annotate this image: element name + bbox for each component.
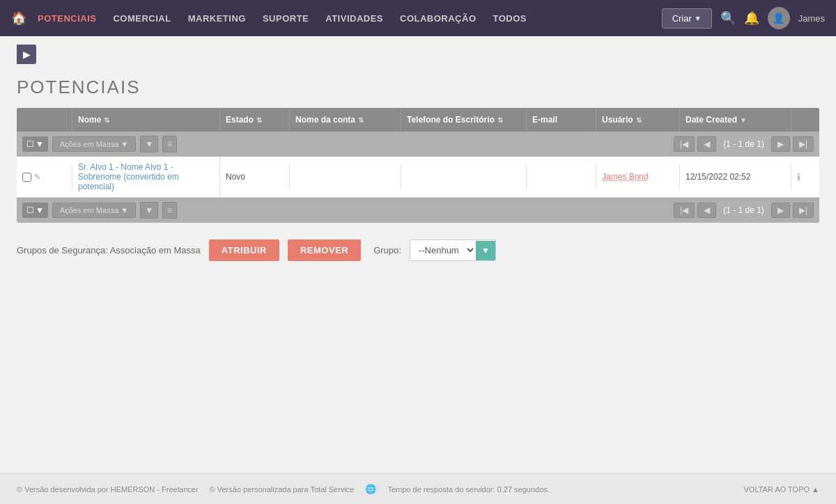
pagination-bottom: |◀ ◀ (1 - 1 de 1) ▶ ▶| bbox=[674, 203, 814, 218]
acoes-massa-label-bottom: Ações em Massa bbox=[60, 206, 118, 214]
play-btn-wrap: ▶ bbox=[17, 36, 819, 64]
acoes-massa-label-top: Ações em Massa bbox=[60, 140, 118, 148]
info-icon[interactable]: ℹ bbox=[797, 172, 800, 182]
checkbox-icon-bottom: ☐ bbox=[26, 205, 34, 215]
top-nav: 🏠 POTENCIAIS COMERCIAL MARKETING SUPORTE… bbox=[0, 0, 836, 36]
last-page-btn-bottom[interactable]: ▶| bbox=[793, 203, 814, 218]
nav-item-marketing[interactable]: MARKETING bbox=[188, 10, 246, 26]
nav-item-suporte[interactable]: SUPORTE bbox=[263, 10, 309, 26]
criar-label: Criar bbox=[672, 13, 692, 24]
row-checkbox[interactable] bbox=[22, 173, 31, 182]
checkbox-dropdown-top[interactable]: ☐ ▼ bbox=[22, 136, 48, 152]
criar-button[interactable]: Criar ▼ bbox=[662, 8, 712, 29]
page-info-top: (1 - 1 de 1) bbox=[719, 139, 768, 149]
td-date-created: 12/15/2022 02:52 bbox=[680, 164, 791, 189]
acoes-massa-button-top[interactable]: Ações em Massa ▼ bbox=[52, 136, 136, 152]
table-container: Nome ⇅ Estado ⇅ Nome da conta ⇅ Telefone… bbox=[17, 108, 819, 223]
grupo-select[interactable]: --Nenhum bbox=[410, 240, 476, 260]
td-info: ℹ bbox=[791, 164, 819, 189]
sort-telefone-icon[interactable]: ⇅ bbox=[497, 116, 503, 124]
nav-item-atividades[interactable]: ATIVIDADES bbox=[325, 10, 383, 26]
atribuir-button[interactable]: ATRIBUIR bbox=[209, 239, 279, 261]
search-button[interactable]: 🔍 bbox=[720, 10, 736, 26]
acoes-massa-button-bottom[interactable]: Ações em Massa ▼ bbox=[52, 203, 136, 218]
row-estado: Novo bbox=[226, 172, 245, 182]
th-telefone-label: Telefone do Escritório bbox=[407, 115, 495, 125]
nav-item-potenciais[interactable]: POTENCIAIS bbox=[38, 10, 96, 26]
th-nome: Nome ⇅ bbox=[72, 108, 220, 132]
criar-arrow-icon: ▼ bbox=[695, 15, 702, 22]
bell-icon: 🔔 bbox=[744, 10, 759, 26]
th-checkbox bbox=[17, 108, 72, 132]
search-icon: 🔍 bbox=[720, 10, 736, 26]
th-nome-label: Nome bbox=[78, 115, 101, 125]
first-page-btn-top[interactable]: |◀ bbox=[674, 136, 695, 152]
nav-right: Criar ▼ 🔍 🔔 👤 James bbox=[662, 7, 825, 29]
filter-button-bottom[interactable]: ▼ bbox=[140, 202, 158, 219]
row-date-created: 12/15/2022 02:52 bbox=[686, 172, 750, 182]
th-date-created: Date Created ▼ bbox=[680, 108, 791, 132]
top-toolbar: ☐ ▼ Ações em Massa ▼ ▼ ≡ |◀ ◀ (1 - 1 de … bbox=[17, 132, 819, 157]
filter-button-top[interactable]: ▼ bbox=[140, 136, 158, 152]
td-telefone bbox=[401, 164, 527, 189]
td-nome-conta bbox=[290, 164, 401, 189]
main-content: ▶ POTENCIAIS Nome ⇅ Estado ⇅ Nome da con… bbox=[0, 36, 836, 462]
grupo-select-wrap: --Nenhum ▼ bbox=[410, 239, 496, 261]
th-date-created-label: Date Created bbox=[686, 115, 737, 125]
th-estado: Estado ⇅ bbox=[220, 108, 290, 132]
sort-usuario-icon[interactable]: ⇅ bbox=[636, 116, 642, 124]
last-page-btn-top[interactable]: ▶| bbox=[793, 136, 814, 152]
sort-estado-icon[interactable]: ⇅ bbox=[256, 116, 262, 124]
nav-item-todos[interactable]: TODOS bbox=[493, 10, 527, 26]
nav-item-comercial[interactable]: COMERCIAL bbox=[113, 10, 171, 26]
prev-page-btn-top[interactable]: ◀ bbox=[697, 136, 716, 152]
row-usuario-link[interactable]: James Bond bbox=[602, 172, 649, 182]
page-info-bottom: (1 - 1 de 1) bbox=[719, 205, 768, 215]
th-estado-label: Estado bbox=[226, 115, 254, 125]
play-icon: ▶ bbox=[23, 49, 31, 60]
checkbox-icon-top: ☐ bbox=[26, 139, 34, 149]
columns-icon-top: ≡ bbox=[167, 139, 172, 149]
table-row: ✎ Sr. Alvo 1 - Nome Alvo 1 - Sobrenome (… bbox=[17, 157, 819, 198]
bottom-toolbar: ☐ ▼ Ações em Massa ▼ ▼ ≡ |◀ ◀ (1 - 1 de … bbox=[17, 198, 819, 223]
td-usuario: James Bond bbox=[596, 164, 680, 189]
user-name[interactable]: James bbox=[798, 13, 825, 24]
columns-icon-bottom: ≡ bbox=[167, 205, 172, 215]
td-email bbox=[527, 164, 596, 189]
acoes-arrow-top: ▼ bbox=[121, 140, 128, 148]
sort-date-icon[interactable]: ▼ bbox=[740, 116, 747, 124]
columns-button-top[interactable]: ≡ bbox=[162, 136, 177, 152]
next-page-btn-top[interactable]: ▶ bbox=[771, 136, 790, 152]
nav-items: POTENCIAIS COMERCIAL MARKETING SUPORTE A… bbox=[38, 10, 662, 26]
grupo-dropdown-icon: ▼ bbox=[481, 246, 490, 255]
next-page-btn-bottom[interactable]: ▶ bbox=[771, 203, 790, 218]
bulk-security-label: Grupos de Segurança: Associação em Massa bbox=[17, 245, 201, 255]
notifications-button[interactable]: 🔔 bbox=[744, 10, 759, 26]
checkbox-dropdown-bottom[interactable]: ☐ ▼ bbox=[22, 203, 48, 218]
columns-button-bottom[interactable]: ≡ bbox=[162, 202, 177, 219]
remover-button[interactable]: REMOVER bbox=[288, 239, 361, 261]
th-usuario: Usuário ⇅ bbox=[596, 108, 680, 132]
grupo-dropdown-button[interactable]: ▼ bbox=[476, 241, 495, 260]
acoes-arrow-bottom: ▼ bbox=[121, 206, 128, 214]
page-title: POTENCIAIS bbox=[17, 64, 819, 108]
edit-icon[interactable]: ✎ bbox=[34, 173, 40, 182]
nav-item-colaboracao[interactable]: COLABORAÇÃO bbox=[400, 10, 477, 26]
user-avatar[interactable]: 👤 bbox=[768, 7, 790, 29]
td-nome: Sr. Alvo 1 - Nome Alvo 1 - Sobrenome (co… bbox=[72, 157, 220, 197]
row-name-link[interactable]: Sr. Alvo 1 - Nome Alvo 1 - Sobrenome (co… bbox=[78, 162, 214, 191]
td-estado: Novo bbox=[220, 164, 290, 189]
first-page-btn-bottom[interactable]: |◀ bbox=[674, 203, 695, 218]
sort-nome-icon[interactable]: ⇅ bbox=[104, 116, 109, 124]
th-email: E-mail bbox=[527, 108, 596, 132]
user-avatar-icon: 👤 bbox=[773, 13, 784, 24]
th-nome-conta: Nome da conta ⇅ bbox=[290, 108, 401, 132]
play-button[interactable]: ▶ bbox=[17, 45, 36, 64]
th-actions bbox=[791, 108, 819, 132]
td-checkbox: ✎ bbox=[17, 164, 72, 189]
prev-page-btn-bottom[interactable]: ◀ bbox=[697, 203, 716, 218]
grupo-label: Grupo: bbox=[373, 245, 401, 255]
filter-icon-bottom: ▼ bbox=[145, 205, 153, 215]
th-nome-conta-label: Nome da conta bbox=[295, 115, 355, 125]
sort-nome-conta-icon[interactable]: ⇅ bbox=[358, 116, 364, 124]
